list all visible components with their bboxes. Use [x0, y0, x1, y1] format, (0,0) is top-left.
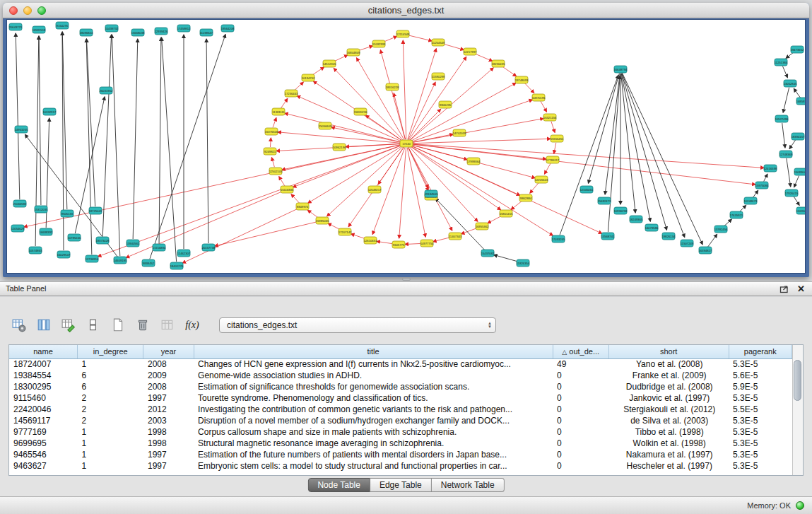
network-edge[interactable]	[794, 88, 800, 98]
network-node[interactable]: 18096824	[80, 29, 93, 36]
network-node[interactable]: 9505133	[61, 210, 73, 217]
network-node[interactable]: 10332917	[43, 108, 57, 115]
network-edge[interactable]	[399, 148, 406, 238]
network-edge[interactable]	[380, 50, 405, 140]
network-edge[interactable]	[86, 39, 92, 255]
network-node[interactable]: 11507249	[681, 240, 694, 247]
network-edge[interactable]	[621, 74, 650, 221]
network-node[interactable]: 18725041	[89, 207, 102, 214]
network-edge[interactable]	[621, 74, 635, 213]
network-edge[interactable]	[789, 140, 796, 149]
network-edge[interactable]	[102, 35, 111, 236]
network-node[interactable]: 15668038	[131, 29, 145, 36]
network-node[interactable]: 11407343	[449, 233, 462, 240]
network-edge[interactable]	[182, 209, 298, 264]
network-node[interactable]: 10936258	[614, 207, 628, 214]
network-node[interactable]: 12114549	[396, 30, 410, 37]
table-row[interactable]: 1830029562008Estimation of significance …	[9, 381, 792, 392]
network-node[interactable]: 10962196	[333, 144, 346, 151]
network-node[interactable]: 9806235	[439, 101, 452, 108]
network-node[interactable]: 9154276	[56, 22, 69, 29]
network-edge[interactable]	[409, 109, 440, 140]
network-edge[interactable]	[408, 57, 466, 140]
network-edge[interactable]	[206, 39, 208, 243]
network-node[interactable]: 10194762	[302, 74, 315, 81]
tab-node-table[interactable]: Node Table	[307, 478, 370, 492]
network-node[interactable]: 16116835	[281, 186, 294, 193]
network-node[interactable]: 19748093	[515, 76, 529, 83]
network-edge[interactable]	[554, 143, 556, 153]
network-edge[interactable]	[474, 53, 493, 61]
network-node[interactable]: 21066582	[13, 200, 27, 207]
network-node[interactable]: 14702039	[453, 129, 466, 136]
table-row[interactable]: 969969511998Structural magnetic resonanc…	[9, 438, 792, 449]
column-header-short[interactable]: short	[608, 345, 729, 358]
network-node[interactable]: 11238647	[200, 29, 213, 36]
network-edge[interactable]	[357, 58, 404, 140]
network-edge[interactable]	[39, 36, 41, 205]
network-node[interactable]: 17459812	[177, 25, 191, 32]
network-node[interactable]: 15437082	[481, 250, 495, 257]
network-node[interactable]: 11462307	[177, 250, 191, 257]
network-node[interactable]: 16394827	[699, 247, 712, 254]
network-edge[interactable]	[782, 123, 785, 148]
network-canvas[interactable]: 1724012114549112545491221799718236435197…	[6, 19, 806, 274]
network-node[interactable]: 10248673	[744, 197, 758, 204]
network-edge[interactable]	[270, 138, 271, 147]
window-titlebar[interactable]: citations_edges.txt	[3, 3, 809, 18]
network-edge[interactable]	[442, 44, 464, 50]
network-node[interactable]: 9838452	[142, 259, 155, 267]
network-node[interactable]: 8849974	[296, 203, 309, 210]
network-edge[interactable]	[271, 158, 274, 168]
network-node[interactable]: 17240	[400, 140, 413, 147]
network-node[interactable]: 11251384	[775, 59, 788, 66]
tab-network-table[interactable]: Network Table	[432, 478, 505, 492]
network-edge[interactable]	[782, 66, 787, 78]
network-node[interactable]: 12610651	[364, 237, 377, 244]
table-row[interactable]: 1938455462009Genome-wide association stu…	[9, 370, 792, 381]
network-node[interactable]: 19473652	[791, 46, 804, 53]
network-node[interactable]: 12205643	[535, 176, 548, 183]
network-edge[interactable]	[377, 241, 394, 244]
network-node[interactable]: 15312035	[35, 206, 48, 213]
network-edge[interactable]	[794, 197, 799, 205]
network-node[interactable]: 13940561	[126, 240, 140, 247]
network-node[interactable]: 13568741	[601, 233, 615, 240]
network-node[interactable]: 10870195	[532, 94, 546, 101]
network-node[interactable]: 15973084	[755, 182, 769, 189]
network-edge[interactable]	[411, 119, 543, 143]
panel-resize-handle[interactable]	[402, 278, 411, 281]
network-edge[interactable]	[35, 36, 39, 246]
window-zoom-button[interactable]	[37, 6, 46, 15]
network-edge[interactable]	[112, 35, 119, 256]
network-node[interactable]: 20643721	[9, 23, 23, 30]
network-node[interactable]: 14963265	[15, 126, 28, 133]
network-node[interactable]: 18401276	[170, 262, 184, 269]
network-node[interactable]: 12416598	[764, 165, 777, 172]
network-edge[interactable]	[408, 147, 452, 230]
network-node[interactable]: 18236435	[492, 60, 505, 67]
network-node[interactable]: 19564208	[221, 25, 235, 32]
network-edge[interactable]	[753, 190, 758, 197]
network-node[interactable]: 17216894	[153, 244, 166, 251]
table-scrollbar[interactable]	[792, 345, 803, 475]
tab-edge-table[interactable]: Edge Table	[370, 478, 432, 492]
network-node[interactable]: 17786117	[546, 156, 560, 163]
network-node[interactable]: 12217997	[464, 48, 477, 55]
network-node[interactable]: 15376506	[265, 128, 278, 135]
network-node[interactable]: 16955362	[476, 223, 489, 230]
column-header-out_degree[interactable]: △out_de...	[553, 345, 608, 358]
network-node[interactable]: 17999364	[467, 158, 481, 165]
network-node[interactable]: 11381111	[272, 108, 285, 115]
network-node[interactable]: 15682473	[598, 197, 611, 204]
network-edge[interactable]	[408, 82, 436, 139]
network-edge[interactable]	[291, 194, 300, 204]
network-node[interactable]: 10574863	[29, 247, 42, 254]
network-node[interactable]: 9605775	[392, 241, 405, 248]
network-edge[interactable]	[86, 39, 95, 206]
import-table-button[interactable]	[158, 316, 177, 334]
network-node[interactable]: 10527496	[775, 115, 789, 122]
network-node[interactable]: 13782456	[714, 226, 728, 233]
table-scrollbar-thumb[interactable]	[794, 360, 801, 401]
network-edge[interactable]	[159, 37, 161, 243]
